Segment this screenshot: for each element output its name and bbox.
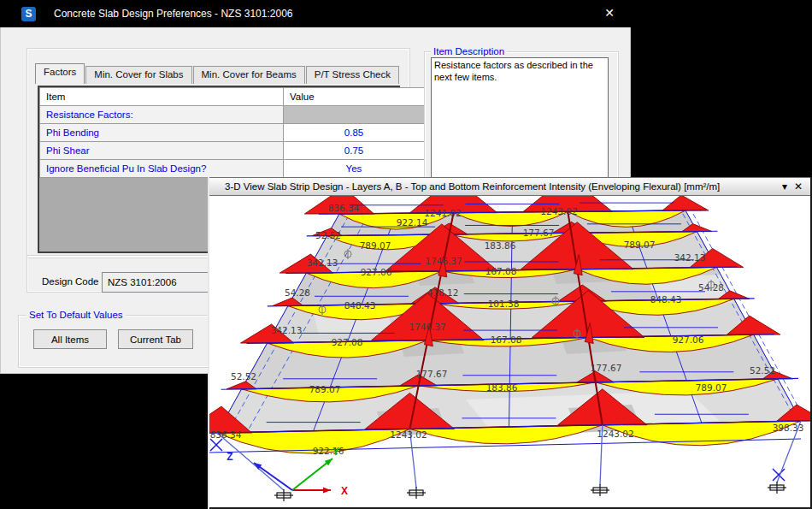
defaults-group-label: Set To Default Values xyxy=(26,310,126,320)
screen: { "dialog": { "title": "Concrete Slab De… xyxy=(0,0,812,509)
dialog-title: Concrete Slab Design Preferences - NZS 3… xyxy=(54,8,293,20)
item-cell: Ignore Beneficial Pu In Slab Design? xyxy=(40,160,284,178)
dialog-close-icon[interactable]: ✕ xyxy=(601,6,618,21)
intensity-value-label: 398.33 xyxy=(773,423,804,433)
table-row: Resistance Factors: xyxy=(40,106,425,124)
intensity-value-label: 183.86 xyxy=(486,382,518,393)
dialog-titlebar[interactable]: S Concrete Slab Design Preferences - NZS… xyxy=(0,0,630,27)
tab-p-t-stress-check[interactable]: P/T Stress Check xyxy=(306,66,399,84)
intensity-value-label: 342.13 xyxy=(674,252,706,263)
window-close-icon[interactable]: ✕ xyxy=(791,181,805,192)
tab-factors[interactable]: Factors xyxy=(35,63,85,84)
table-row: Phi Shear0.75 xyxy=(40,142,425,160)
intensity-value-label: 167.08 xyxy=(491,334,522,345)
intensity-value-label: 177.67 xyxy=(591,363,622,373)
intensity-value-label: 54.28 xyxy=(285,287,310,298)
intensity-value-label: 1746.37 xyxy=(409,322,445,332)
intensity-value-label: 789.07 xyxy=(624,240,656,250)
tab-min-cover-for-beams[interactable]: Min. Cover for Beams xyxy=(193,66,305,84)
axis-label-x: X xyxy=(341,485,348,497)
tab-min-cover-for-slabs[interactable]: Min. Cover for Slabs xyxy=(85,66,191,84)
intensity-value-label: 848.43 xyxy=(344,300,376,311)
intensity-value-label: 1241.02 xyxy=(424,208,461,218)
table-row: Ignore Beneficial Pu In Slab Design?Yes xyxy=(40,160,425,178)
intensity-value-label: 1243.02 xyxy=(390,429,427,440)
3d-model-canvas[interactable]: 836.34922.141241.021243.0252.52789.07183… xyxy=(209,196,810,509)
value-cell[interactable]: 0.85 xyxy=(284,124,425,142)
design-code-label: Design Code xyxy=(42,276,98,287)
intensity-value-label: 836.34 xyxy=(210,429,242,440)
intensity-value-label: 54.28 xyxy=(698,282,724,293)
intensity-value-label: 927.06 xyxy=(673,334,704,345)
item-cell: Resistance Factors: xyxy=(40,106,284,124)
intensity-value-label: 52.52 xyxy=(315,230,341,240)
tab-strip: FactorsMin. Cover for SlabsMin. Cover fo… xyxy=(35,65,400,84)
table-header-row: ItemValue xyxy=(40,88,425,106)
axis-label-z: Z xyxy=(227,451,232,463)
intensity-value-label: 177.67 xyxy=(416,369,448,379)
value-cell[interactable] xyxy=(284,106,425,124)
intensity-value-label: 52.52 xyxy=(750,365,775,376)
table-row: Phi Bending0.85 xyxy=(40,124,425,142)
intensity-value-label: 848.43 xyxy=(650,294,682,305)
intensity-value-label: 418.12 xyxy=(427,287,459,298)
intensity-value-label: 789.07 xyxy=(360,240,391,251)
3d-view-window: 3-D View Slab Strip Design - Layers A, B… xyxy=(208,177,812,509)
item-cell: Phi Bending xyxy=(40,124,284,142)
intensity-value-label: 342.13 xyxy=(271,325,303,335)
intensity-value-label: 101.38 xyxy=(488,299,520,309)
factors-table: ItemValueResistance Factors:Phi Bending0… xyxy=(39,87,425,178)
intensity-value-label: 1746.37 xyxy=(425,256,462,266)
intensity-value-label: 1243.02 xyxy=(597,429,633,439)
window-menu-icon[interactable]: ▾ xyxy=(778,181,791,192)
column-header: Value xyxy=(284,88,425,106)
intensity-value-label: 183.86 xyxy=(485,240,516,251)
app-icon: S xyxy=(21,7,36,21)
intensity-value-label: 167.08 xyxy=(485,266,517,276)
3d-view-title: 3-D View Slab Strip Design - Layers A, B… xyxy=(225,181,720,192)
3d-view-titlebar[interactable]: 3-D View Slab Strip Design - Layers A, B… xyxy=(209,177,810,196)
intensity-value-label: 922.14 xyxy=(397,217,428,228)
intensity-value-label: 789.07 xyxy=(696,382,727,393)
item-cell: Phi Shear xyxy=(40,142,284,160)
intensity-value-label: 927.06 xyxy=(361,267,392,277)
axis-label-y: Y xyxy=(332,446,339,458)
column-header: Item xyxy=(40,88,284,106)
value-cell[interactable]: 0.75 xyxy=(284,142,425,160)
intensity-value-label: 1243.02 xyxy=(540,206,577,216)
current-tab-button[interactable]: Current Tab xyxy=(118,329,193,349)
intensity-value-label: 836.34 xyxy=(328,203,360,213)
all-items-button[interactable]: All Items xyxy=(33,329,107,349)
intensity-value-label: 927.08 xyxy=(332,337,363,347)
intensity-value-label: 52.52 xyxy=(231,371,256,382)
item-description-label: Item Description xyxy=(431,46,507,56)
intensity-value-label: 789.07 xyxy=(309,384,341,394)
intensity-value-label: 342.13 xyxy=(307,257,338,268)
value-cell[interactable]: Yes xyxy=(284,160,425,178)
item-description-text: Resistance factors as described in the n… xyxy=(431,57,609,178)
intensity-value-label: 177.67 xyxy=(523,228,555,238)
